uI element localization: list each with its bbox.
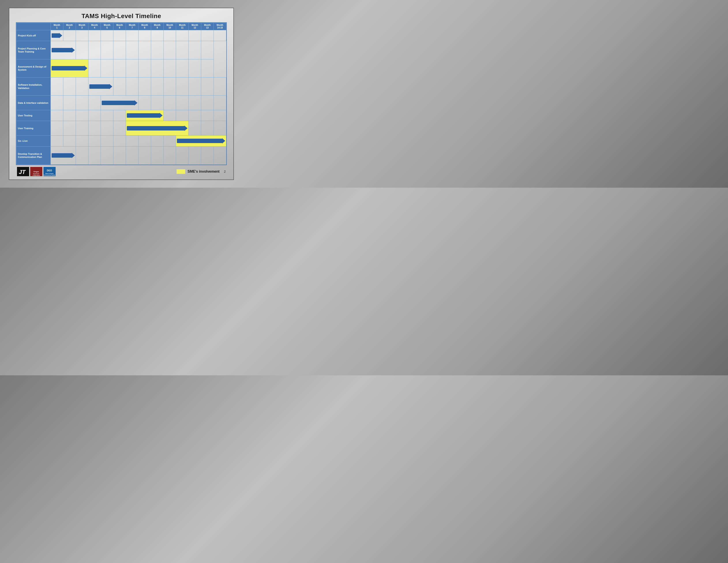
gantt-cell bbox=[51, 135, 63, 146]
legend-label: SME's involvement bbox=[188, 169, 220, 173]
gantt-cell bbox=[88, 59, 101, 77]
gantt-cell bbox=[126, 30, 139, 41]
gantt-cell-span bbox=[176, 135, 226, 146]
gantt-cell bbox=[126, 135, 139, 146]
gantt-cell bbox=[126, 41, 139, 59]
gantt-cell bbox=[113, 146, 126, 164]
gantt-cell bbox=[151, 30, 163, 41]
gantt-cell bbox=[126, 77, 139, 95]
company-logo-3: DEO State of Oregon Environmental Qualit… bbox=[43, 167, 56, 176]
gantt-cell bbox=[176, 110, 189, 121]
gantt-cell bbox=[151, 59, 163, 77]
gantt-cell bbox=[101, 121, 113, 135]
gantt-cell bbox=[163, 146, 176, 164]
gantt-cell bbox=[151, 135, 163, 146]
header-row: Month1 Month2 Month3 Month4 Month5 Month… bbox=[17, 23, 226, 30]
task-label: User Testing bbox=[17, 110, 51, 121]
task-label: Go -Live bbox=[17, 135, 51, 146]
gantt-cell bbox=[151, 96, 163, 110]
gantt-cell-span bbox=[51, 146, 76, 164]
header-month-5: Month5 bbox=[101, 23, 113, 30]
svg-text:Oregon: Oregon bbox=[34, 171, 39, 173]
header-task bbox=[17, 23, 51, 30]
task-label: Develop Transition & Communication Plan bbox=[17, 146, 51, 164]
gantt-cell bbox=[126, 59, 139, 77]
footer: JT Oregon Department of Agriculture DEO … bbox=[16, 167, 227, 176]
gantt-cell bbox=[163, 135, 176, 146]
gantt-cell bbox=[201, 30, 214, 41]
header-month-10: Month10 bbox=[163, 23, 176, 30]
gantt-cell bbox=[88, 146, 101, 164]
company-logo-1: JT bbox=[17, 167, 29, 176]
page-title: TAMS High-Level Timeline bbox=[16, 13, 227, 20]
gantt-cell bbox=[151, 77, 163, 95]
gantt-cell bbox=[189, 96, 201, 110]
gantt-table: Month1 Month2 Month3 Month4 Month5 Month… bbox=[16, 23, 226, 165]
gantt-cell bbox=[138, 135, 151, 146]
gantt-cell bbox=[113, 121, 126, 135]
header-month-4: Month4 bbox=[88, 23, 101, 30]
gantt-cell bbox=[189, 110, 201, 121]
gantt-cell bbox=[101, 135, 113, 146]
gantt-cell bbox=[101, 146, 113, 164]
gantt-cell bbox=[138, 146, 151, 164]
task-label: Software Installation, Validation bbox=[17, 77, 51, 95]
gantt-cell bbox=[201, 121, 214, 135]
task-label: Project Kick-off bbox=[17, 30, 51, 41]
gantt-cell bbox=[76, 96, 88, 110]
gantt-cell bbox=[138, 30, 151, 41]
gantt-cell bbox=[113, 30, 126, 41]
gantt-cell-span bbox=[101, 96, 139, 110]
table-row: User Training bbox=[17, 121, 226, 135]
header-month-7: Month7 bbox=[126, 23, 139, 30]
gantt-cell bbox=[163, 77, 176, 95]
gantt-cell bbox=[63, 77, 76, 95]
header-month-1: Month1 bbox=[51, 23, 63, 30]
gantt-cell bbox=[189, 146, 201, 164]
task-label: Assessment & Design of System bbox=[17, 59, 51, 77]
gantt-cell bbox=[51, 96, 63, 110]
gantt-cell bbox=[51, 110, 63, 121]
gantt-cell bbox=[113, 41, 126, 59]
header-month-9: Month9 bbox=[151, 23, 163, 30]
gantt-cell bbox=[63, 135, 76, 146]
gantt-cell bbox=[176, 77, 189, 95]
header-month-14: Month14-18 bbox=[214, 23, 226, 30]
gantt-cell bbox=[88, 96, 101, 110]
header-month-8: Month8 bbox=[138, 23, 151, 30]
table-row: Develop Transition & Communication Plan bbox=[17, 146, 226, 164]
table-row: Data & Interface validation bbox=[17, 96, 226, 110]
gantt-cell-span bbox=[126, 110, 164, 121]
gantt-cell bbox=[163, 59, 176, 77]
gantt-cell bbox=[176, 96, 189, 110]
gantt-cell bbox=[113, 110, 126, 121]
gantt-cell bbox=[88, 30, 101, 41]
gantt-cell bbox=[214, 146, 226, 164]
gantt-cell bbox=[138, 77, 151, 95]
company-logo-2: Oregon Department of Agriculture bbox=[30, 167, 42, 176]
gantt-cell bbox=[63, 110, 76, 121]
gantt-cell bbox=[88, 121, 101, 135]
gantt-cell bbox=[201, 41, 214, 59]
gantt-cell bbox=[113, 59, 126, 77]
gantt-chart: Month1 Month2 Month3 Month4 Month5 Month… bbox=[16, 22, 227, 165]
gantt-cell bbox=[163, 96, 176, 110]
gantt-cell bbox=[51, 30, 63, 41]
gantt-cell bbox=[51, 77, 63, 95]
gantt-cell bbox=[63, 30, 76, 41]
svg-text:Environmental Quality: Environmental Quality bbox=[43, 174, 55, 176]
gantt-cell bbox=[76, 77, 88, 95]
logo-deo-svg: DEO State of Oregon Environmental Qualit… bbox=[43, 167, 56, 176]
gantt-cell bbox=[201, 77, 214, 95]
logo-jt-svg: JT bbox=[18, 167, 28, 176]
logo-group: JT Oregon Department of Agriculture DEO … bbox=[17, 167, 56, 176]
gantt-cell bbox=[151, 146, 163, 164]
gantt-cell bbox=[63, 121, 76, 135]
gantt-cell bbox=[101, 41, 113, 59]
gantt-cell bbox=[76, 110, 88, 121]
gantt-cell bbox=[138, 59, 151, 77]
gantt-cell bbox=[214, 30, 226, 41]
gantt-cell bbox=[214, 77, 226, 95]
svg-text:Department: Department bbox=[33, 173, 39, 174]
svg-text:JT: JT bbox=[19, 169, 26, 175]
